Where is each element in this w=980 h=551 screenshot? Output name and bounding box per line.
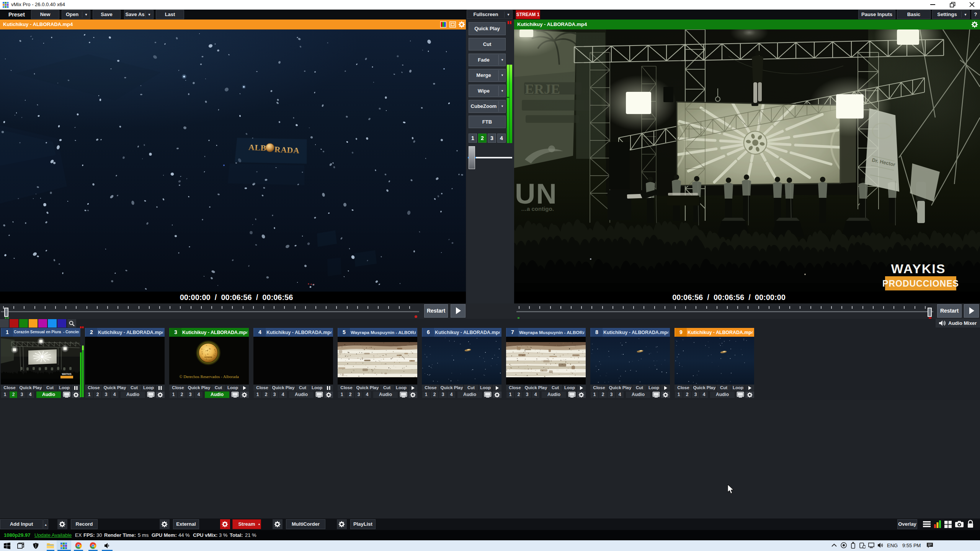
svg-text:ALB: ALB <box>248 142 267 153</box>
svg-text:PRODUCCIONES: PRODUCCIONES <box>882 279 959 289</box>
svg-text:WAYKIS: WAYKIS <box>891 261 946 276</box>
svg-text:RADA: RADA <box>274 144 300 155</box>
svg-text:…a contigo.: …a contigo. <box>521 205 554 212</box>
svg-text:UN: UN <box>515 178 557 210</box>
svg-text:ERJE: ERJE <box>525 82 560 97</box>
svg-text:© Derechos Reservados - Albora: © Derechos Reservados - Alborada <box>179 374 239 379</box>
svg-text:WAYKIS: WAYKIS <box>62 373 72 375</box>
